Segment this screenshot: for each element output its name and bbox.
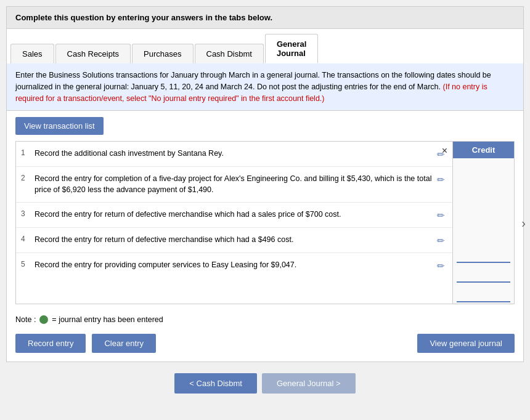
transaction-item-1: 1 Record the additional cash investment … — [16, 142, 452, 167]
credit-line-3 — [457, 285, 510, 302]
back-nav-button[interactable]: < Cash Disbmt — [174, 373, 257, 394]
credit-header: Credit — [453, 142, 514, 158]
close-button[interactable]: × — [442, 145, 447, 156]
forward-nav-button[interactable]: General Journal > — [262, 373, 356, 394]
note-prefix: Note : — [15, 315, 36, 324]
tabs-row: Sales Cash Receipts Purchases Cash Disbm… — [6, 29, 524, 63]
transaction-num-5: 5 — [21, 259, 30, 269]
green-dot-icon — [39, 315, 48, 324]
credit-line-1 — [457, 246, 510, 263]
transaction-text-5: Record the entry for providing computer … — [35, 259, 432, 270]
credit-panel: Credit — [453, 141, 515, 304]
tab-purchases[interactable]: Purchases — [132, 44, 193, 63]
transaction-num-1: 1 — [21, 148, 30, 157]
main-content: Enter the Business Solutions transaction… — [6, 63, 524, 362]
edit-icon-3[interactable]: ✏ — [437, 209, 445, 221]
transaction-num-3: 3 — [21, 209, 30, 218]
chevron-right-icon[interactable]: › — [521, 216, 526, 230]
transaction-text-3: Record the entry for return of defective… — [35, 209, 432, 220]
info-box: Enter the Business Solutions transaction… — [7, 63, 523, 111]
edit-icon-5[interactable]: ✏ — [437, 259, 445, 272]
note-row: Note : = journal entry has been entered — [7, 310, 523, 329]
transaction-list-panel: × 1 Record the additional cash investmen… — [15, 141, 453, 304]
button-spacer — [162, 334, 411, 353]
instruction-bar: Complete this question by entering your … — [6, 6, 524, 29]
tab-general-journal[interactable]: GeneralJournal — [265, 34, 318, 63]
transaction-item-3: 3 Record the entry for return of defecti… — [16, 203, 452, 228]
transaction-num-2: 2 — [21, 173, 30, 182]
transaction-text-2: Record the entry for completion of a fiv… — [35, 173, 432, 195]
view-general-journal-button[interactable]: View general journal — [417, 334, 515, 353]
clear-entry-button[interactable]: Clear entry — [92, 334, 156, 353]
transaction-num-4: 4 — [21, 234, 30, 243]
inner-panel: × 1 Record the additional cash investmen… — [15, 141, 515, 304]
transaction-text-1: Record the additional cash investment by… — [35, 148, 432, 159]
edit-icon-4[interactable]: ✏ — [437, 234, 445, 246]
nav-buttons: < Cash Disbmt General Journal > — [6, 373, 524, 394]
transaction-item-4: 4 Record the entry for return of defecti… — [16, 228, 452, 253]
note-suffix: = journal entry has been entered — [52, 315, 163, 324]
tab-cash-receipts[interactable]: Cash Receipts — [55, 44, 131, 63]
tab-cash-disbmt[interactable]: Cash Disbmt — [195, 44, 264, 63]
bottom-buttons: Record entry Clear entry View general jo… — [7, 329, 523, 361]
credit-line-2 — [457, 265, 510, 283]
edit-icon-2[interactable]: ✏ — [437, 173, 445, 185]
view-transaction-list-button[interactable]: View transaction list — [15, 117, 104, 135]
record-entry-button[interactable]: Record entry — [15, 334, 86, 353]
transaction-item-2: 2 Record the entry for completion of a f… — [16, 167, 452, 202]
transaction-text-4: Record the entry for return of defective… — [35, 234, 432, 245]
tab-sales[interactable]: Sales — [10, 44, 54, 63]
transaction-item-5: 5 Record the entry for providing compute… — [16, 253, 452, 278]
